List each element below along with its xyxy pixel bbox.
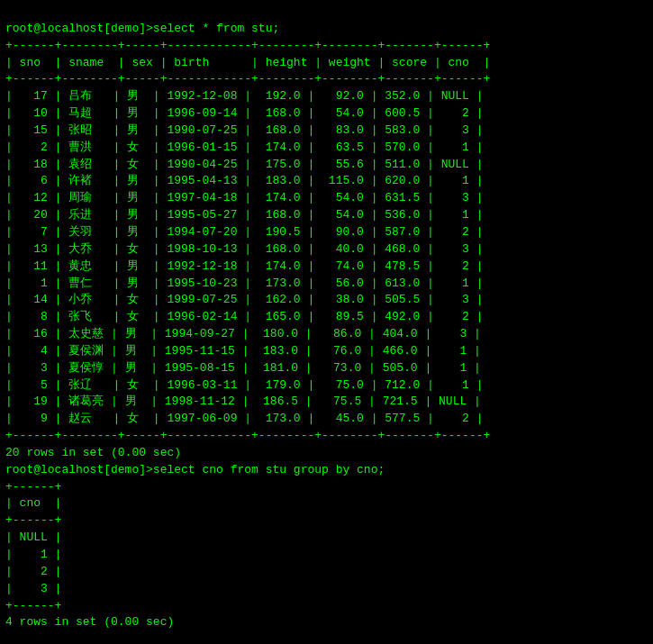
terminal-line: | 16 | 太史慈 | 男 | 1994-09-27 | 180.0 | 86…: [5, 326, 648, 343]
terminal-line: | 9 | 赵云 | 女 | 1997-06-09 | 173.0 | 45.0…: [5, 411, 648, 428]
terminal-line: | 5 | 张辽 | 女 | 1996-03-11 | 179.0 | 75.0…: [5, 377, 648, 395]
terminal-line: | 15 | 张昭 | 男 | 1990-07-25 | 168.0 | 83.…: [5, 122, 648, 140]
terminal-line: | 3 |: [5, 581, 648, 598]
terminal-line: | NULL |: [5, 530, 648, 547]
terminal-line: | 14 | 小乔 | 女 | 1999-07-25 | 162.0 | 38.…: [5, 292, 648, 309]
terminal-line: +------+--------+-----+------------+----…: [5, 428, 648, 445]
terminal-output: root@localhost[demo]>select * from stu;+…: [5, 4, 648, 631]
terminal-line: +------+--------+-----+------------+----…: [5, 38, 648, 55]
terminal-line: | 1 | 曹仁 | 男 | 1995-10-23 | 173.0 | 56.0…: [5, 276, 648, 293]
terminal-line: +------+--------+-----+------------+----…: [5, 71, 648, 88]
terminal-line: 4 rows in set (0.00 sec): [5, 614, 648, 631]
terminal-line: | 19 | 诸葛亮 | 男 | 1998-11-12 | 186.5 | 75…: [5, 394, 648, 411]
terminal-line: | 2 |: [5, 564, 648, 581]
terminal-line: +------+: [5, 512, 648, 530]
terminal-line: | sno | sname | sex | birth | height | w…: [5, 55, 648, 72]
terminal-line: | 13 | 大乔 | 女 | 1998-10-13 | 168.0 | 40.…: [5, 241, 648, 259]
terminal-line: | 8 | 张飞 | 女 | 1996-02-14 | 165.0 | 89.5…: [5, 309, 648, 326]
terminal-line: | 17 | 吕布 | 男 | 1992-12-08 | 192.0 | 92.…: [5, 88, 648, 105]
terminal-line: +------+: [5, 479, 648, 496]
terminal-line: | cno |: [5, 495, 648, 512]
terminal-line: +------+: [5, 598, 648, 615]
terminal-line: | 1 |: [5, 547, 648, 564]
terminal-line: | 4 | 夏侯渊 | 男 | 1995-11-15 | 183.0 | 76.…: [5, 343, 648, 360]
terminal-line: | 10 | 马超 | 男 | 1996-09-14 | 168.0 | 54.…: [5, 105, 648, 122]
terminal-line: root@localhost[demo]>select cno from stu…: [5, 462, 648, 479]
terminal-line: | 3 | 夏侯惇 | 男 | 1995-08-15 | 181.0 | 73.…: [5, 360, 648, 377]
terminal-line: | 18 | 袁绍 | 女 | 1990-04-25 | 175.0 | 55.…: [5, 157, 648, 174]
terminal-line: | 12 | 周瑜 | 男 | 1997-04-18 | 174.0 | 54.…: [5, 190, 648, 207]
terminal-line: root@localhost[demo]>select * from stu;: [5, 21, 648, 38]
terminal-line: | 20 | 乐进 | 男 | 1995-05-27 | 168.0 | 54.…: [5, 207, 648, 224]
terminal-line: | 2 | 曹洪 | 女 | 1996-01-15 | 174.0 | 63.5…: [5, 140, 648, 157]
terminal-line: | 7 | 关羽 | 男 | 1994-07-20 | 190.5 | 90.0…: [5, 224, 648, 241]
terminal-line: 20 rows in set (0.00 sec): [5, 445, 648, 462]
terminal-line: | 6 | 许褚 | 男 | 1995-04-13 | 183.0 | 115.…: [5, 173, 648, 190]
terminal-line: | 11 | 黄忠 | 男 | 1992-12-18 | 174.0 | 74.…: [5, 259, 648, 276]
